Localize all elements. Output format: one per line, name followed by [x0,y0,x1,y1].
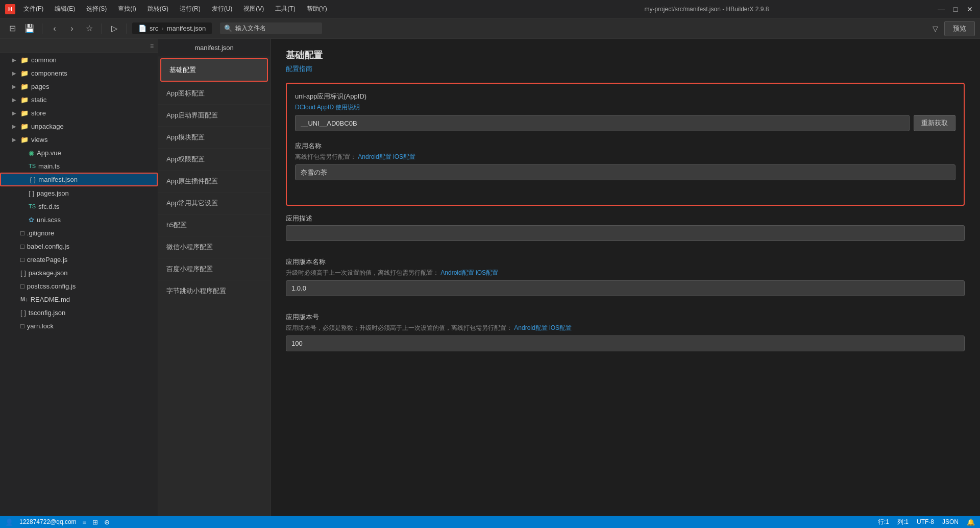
tree-item-pages[interactable]: ▶ 📁 pages [0,80,158,93]
appversion-field-group: 应用版本名称 升级时必须高于上一次设置的值，离线打包需另行配置： Android… [286,257,965,302]
config-nav-splash[interactable]: App启动界面配置 [158,105,270,127]
appname-android-link[interactable]: Android配置 [358,153,391,160]
tree-label-components: components [31,69,67,77]
tree-label-postcss-config: postcss.config.js [27,282,76,290]
appname-ios-link[interactable]: iOS配置 [393,153,415,160]
preview-button[interactable]: 预览 [944,21,975,36]
status-bell-icon[interactable]: 🔔 [967,518,975,526]
tree-item-pages-json[interactable]: [ ] pages.json [0,186,158,200]
menu-select[interactable]: 选择(S) [81,3,112,15]
folder-icon-static: 📁 [20,96,29,104]
tree-item-createpage[interactable]: □ createPage.js [0,253,158,266]
tree-label-views: views [31,136,48,143]
tree-label-store: store [31,109,46,117]
menu-tools[interactable]: 工具(T) [270,3,300,15]
tree-label-unpackage: unpackage [31,123,64,130]
tree-item-readme[interactable]: M↓ README.md [0,293,158,306]
tree-item-babel-config[interactable]: □ babel.config.js [0,239,158,253]
menu-file[interactable]: 文件(F) [18,3,48,15]
appid-input-row: 重新获取 [295,115,955,131]
back-icon[interactable]: ‹ [47,21,62,36]
tree-item-uni-scss[interactable]: ✿ uni.scss [0,213,158,226]
appdesc-input[interactable] [286,225,965,241]
menu-publish[interactable]: 发行(U) [207,3,238,15]
config-nav-wechat[interactable]: 微信小程序配置 [158,236,270,258]
appversioncode-ios-link[interactable]: iOS配置 [549,324,572,331]
toolbar-separator-2 [102,23,102,34]
tree-item-common[interactable]: ▶ 📁 common [0,53,158,66]
filter-icon[interactable]: ▽ [930,22,940,35]
tree-item-components[interactable]: ▶ 📁 components [0,66,158,80]
tree-label-pages-json: pages.json [37,189,69,197]
config-nav-other[interactable]: App常用其它设置 [158,193,270,214]
minimize-button[interactable]: — [936,4,946,14]
config-nav-native-plugin[interactable]: App原生插件配置 [158,171,270,193]
app-logo: H [5,4,15,14]
appname-sublabel: 离线打包需另行配置： Android配置 iOS配置 [295,153,955,161]
toolbar-separator-1 [42,23,42,34]
breadcrumb-file-icon: 📄 [138,25,146,32]
bookmark-icon[interactable]: ☆ [82,21,96,36]
refresh-appid-button[interactable]: 重新获取 [914,115,955,131]
config-nav-icon[interactable]: App图标配置 [158,83,270,105]
config-nav-baidu[interactable]: 百度小程序配置 [158,258,270,280]
tree-item-unpackage[interactable]: ▶ 📁 unpackage [0,119,158,133]
tree-label-pages: pages [31,83,49,90]
appname-sub-text: 离线打包需另行配置： [295,153,356,160]
appversion-input[interactable] [286,280,965,296]
tree-label-common: common [31,56,57,64]
save-icon[interactable]: 💾 [22,21,37,36]
menu-edit[interactable]: 编辑(E) [50,3,80,15]
config-nav-permission[interactable]: App权限配置 [158,149,270,171]
json-icon-pages: [ ] [29,189,34,197]
config-nav-bytedance[interactable]: 字节跳动小程序配置 [158,280,270,302]
config-nav-basic[interactable]: 基础配置 [160,58,268,82]
tree-item-tsconfig[interactable]: [ ] tsconfig.json [0,306,158,319]
menu-bar: 文件(F) 编辑(E) 选择(S) 查找(I) 跳转(G) 运行(R) 发行(U… [18,3,477,15]
tree-item-app-vue[interactable]: ◉ App.vue [0,146,158,159]
forward-icon[interactable]: › [65,21,79,36]
status-link-icon[interactable]: ⊕ [104,518,110,526]
appversion-android-link[interactable]: Android配置 [440,269,474,276]
appname-input[interactable] [295,164,955,180]
run-icon[interactable]: ▷ [107,21,121,36]
config-nav-h5[interactable]: h5配置 [158,214,270,236]
close-button[interactable]: ✕ [965,4,975,14]
status-grid-icon[interactable]: ⊞ [92,518,98,526]
appid-dcloud-link[interactable]: DCloud AppID 使用说明 [295,104,360,111]
ts-icon-main: TS [29,163,36,169]
menu-view[interactable]: 视图(V) [238,3,269,15]
breadcrumb-file[interactable]: manifest.json [167,25,206,32]
status-list-icon[interactable]: ≡ [83,518,87,526]
appname-field-group: 应用名称 离线打包需另行配置： Android配置 iOS配置 [295,141,955,186]
appversioncode-android-link[interactable]: Android配置 [514,324,547,331]
tree-item-static[interactable]: ▶ 📁 static [0,93,158,106]
tree-item-store[interactable]: ▶ 📁 store [0,106,158,119]
sidebar-menu-icon[interactable]: ≡ [150,42,154,50]
tree-item-sfc-d-ts[interactable]: TS sfc.d.ts [0,200,158,213]
file-search-box[interactable]: 🔍 [220,22,322,34]
guide-link[interactable]: 配置指南 [286,64,312,74]
config-nav-module[interactable]: App模块配置 [158,127,270,149]
appversioncode-input[interactable] [286,335,965,351]
maximize-button[interactable]: □ [950,4,961,14]
menu-find[interactable]: 查找(I) [113,3,141,15]
search-input[interactable] [235,25,318,32]
menu-run[interactable]: 运行(R) [175,3,206,15]
breadcrumb-src[interactable]: src [150,25,158,32]
tree-item-views[interactable]: ▶ 📁 views [0,133,158,146]
appversion-ios-link[interactable]: iOS配置 [476,269,498,276]
status-col: 列:1 [897,518,909,526]
tree-label-package-json: package.json [29,269,68,277]
tree-item-yarn-lock[interactable]: □ yarn.lock [0,319,158,332]
appid-input[interactable] [295,115,910,131]
tree-item-gitignore[interactable]: □ .gitignore [0,226,158,239]
menu-jump[interactable]: 跳转(G) [142,3,174,15]
tree-item-manifest-json[interactable]: { } manifest.json [0,173,158,186]
quick-access-icon[interactable]: ⊟ [5,21,19,36]
tree-item-package-json[interactable]: [ ] package.json [0,266,158,279]
tree-item-postcss-config[interactable]: □ postcss.config.js [0,279,158,293]
status-encoding: UTF-8 [917,518,934,525]
menu-help[interactable]: 帮助(Y) [302,3,332,15]
tree-item-main-ts[interactable]: TS main.ts [0,159,158,173]
